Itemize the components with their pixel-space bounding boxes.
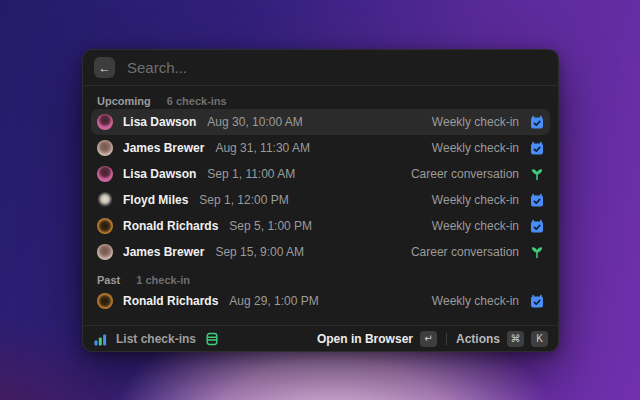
person-name: Lisa Dawson bbox=[123, 115, 196, 129]
calendar-check-icon bbox=[529, 294, 544, 309]
avatar bbox=[97, 192, 113, 208]
checkin-datetime: Aug 29, 1:00 PM bbox=[229, 294, 318, 308]
checkin-type-label: Weekly check-in bbox=[432, 115, 519, 129]
section-header: Past 1 check-in bbox=[91, 272, 550, 288]
section-count: 6 check-ins bbox=[167, 95, 227, 107]
k-key-badge: K bbox=[531, 331, 548, 347]
return-key-badge: ↵ bbox=[420, 331, 437, 347]
avatar bbox=[97, 244, 113, 260]
calendar-check-icon bbox=[529, 219, 544, 234]
section-label: Upcoming bbox=[97, 95, 151, 107]
checkin-row[interactable]: Ronald Richards Aug 29, 1:00 PM Weekly c… bbox=[91, 288, 550, 314]
checkin-type-label: Career conversation bbox=[411, 167, 519, 181]
checkin-datetime: Sep 15, 9:00 AM bbox=[215, 245, 304, 259]
section-header: Upcoming 6 check-ins bbox=[91, 93, 550, 109]
checkin-datetime: Aug 31, 11:30 AM bbox=[215, 141, 310, 155]
actions-button[interactable]: Actions bbox=[456, 332, 500, 346]
search-input[interactable]: Search... bbox=[127, 59, 187, 76]
command-title: List check-ins bbox=[116, 332, 196, 346]
avatar bbox=[97, 293, 113, 309]
section-count: 1 check-in bbox=[136, 274, 190, 286]
person-name: Ronald Richards bbox=[123, 219, 218, 233]
checkin-row[interactable]: James Brewer Sep 15, 9:00 AM Career conv… bbox=[91, 239, 550, 265]
checkin-datetime: Sep 1, 11:00 AM bbox=[207, 167, 295, 181]
person-name: Lisa Dawson bbox=[123, 167, 196, 181]
checkin-datetime: Sep 5, 1:00 PM bbox=[229, 219, 312, 233]
command-key-badge: ⌘ bbox=[507, 331, 524, 347]
person-name: James Brewer bbox=[123, 245, 204, 259]
footer-divider bbox=[446, 333, 447, 345]
avatar bbox=[97, 114, 113, 130]
avatar bbox=[97, 166, 113, 182]
command-palette-window: ← Search... Upcoming 6 check-ins Lisa Da… bbox=[82, 49, 559, 352]
bar-chart-icon bbox=[93, 332, 107, 346]
person-name: Floyd Miles bbox=[123, 193, 188, 207]
arrow-left-icon: ← bbox=[99, 62, 111, 74]
calendar-check-icon bbox=[529, 115, 544, 130]
person-name: Ronald Richards bbox=[123, 294, 218, 308]
checkin-type-label: Career conversation bbox=[411, 245, 519, 259]
checkin-row[interactable]: Lisa Dawson Aug 30, 10:00 AM Weekly chec… bbox=[91, 109, 550, 135]
checkin-row[interactable]: Lisa Dawson Sep 1, 11:00 AM Career conve… bbox=[91, 161, 550, 187]
calendar-check-icon bbox=[529, 141, 544, 156]
sprout-icon bbox=[529, 167, 544, 182]
checkin-datetime: Sep 1, 12:00 PM bbox=[199, 193, 288, 207]
checkin-type-label: Weekly check-in bbox=[432, 294, 519, 308]
checkin-row[interactable]: James Brewer Aug 31, 11:30 AM Weekly che… bbox=[91, 135, 550, 161]
checkin-row[interactable]: Ronald Richards Sep 5, 1:00 PM Weekly ch… bbox=[91, 213, 550, 239]
checkin-list: Upcoming 6 check-ins Lisa Dawson Aug 30,… bbox=[83, 86, 558, 325]
calendar-check-icon bbox=[529, 193, 544, 208]
checkin-type-label: Weekly check-in bbox=[432, 193, 519, 207]
checkin-datetime: Aug 30, 10:00 AM bbox=[207, 115, 302, 129]
section-label: Past bbox=[97, 274, 120, 286]
search-bar: ← Search... bbox=[83, 50, 558, 86]
checkin-row[interactable]: Floyd Miles Sep 1, 12:00 PM Weekly check… bbox=[91, 187, 550, 213]
back-button[interactable]: ← bbox=[94, 57, 115, 78]
journal-icon bbox=[205, 332, 219, 346]
checkin-type-label: Weekly check-in bbox=[432, 141, 519, 155]
footer-bar: List check-ins Open in Browser ↵ Actions… bbox=[83, 325, 558, 351]
checkin-type-label: Weekly check-in bbox=[432, 219, 519, 233]
avatar bbox=[97, 140, 113, 156]
avatar bbox=[97, 218, 113, 234]
open-in-browser-button[interactable]: Open in Browser bbox=[317, 332, 413, 346]
person-name: James Brewer bbox=[123, 141, 204, 155]
sprout-icon bbox=[529, 245, 544, 260]
